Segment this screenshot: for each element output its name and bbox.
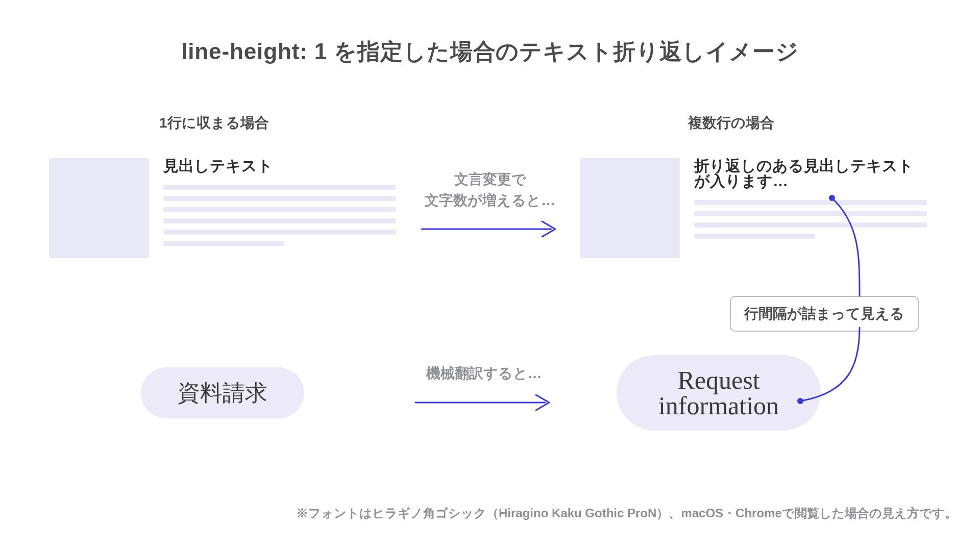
footnote: ※フォントはヒラギノ角ゴシック（Hiragino Kaku Gothic Pro… <box>296 505 957 521</box>
annotation-label: 行間隔が詰まって見える <box>730 296 919 332</box>
card-heading-single: 見出しテキスト <box>163 158 396 173</box>
pill-text: 資料請求 <box>178 378 267 408</box>
arrow-right-icon <box>421 220 559 238</box>
arrow-caption-top: 文言変更で 文字数が増えると… <box>425 169 555 211</box>
arrow-group-bottom: 機械翻訳すると… <box>412 363 555 412</box>
pill-text: Request information <box>658 367 779 418</box>
card-single-line: 見出しテキスト <box>49 158 396 258</box>
case-label-multi: 複数行の場合 <box>688 113 774 133</box>
case-label-single: 1行に収まる場合 <box>159 113 269 133</box>
arrow-caption-bottom: 機械翻訳すると… <box>426 363 542 384</box>
arrow-group-top: 文言変更で 文字数が増えると… <box>419 169 561 238</box>
skeleton-lines <box>694 200 927 239</box>
pill-request-en: Request information <box>617 355 821 431</box>
thumbnail-placeholder <box>49 158 149 258</box>
annotation-leader-lines <box>0 0 980 551</box>
page-title: line-height: 1 を指定した場合のテキスト折り返しイメージ <box>0 37 980 67</box>
card-heading-multi: 折り返しのある見出しテキストが入ります… <box>694 158 927 189</box>
thumbnail-placeholder <box>580 158 680 258</box>
pill-request-ja: 資料請求 <box>141 367 304 418</box>
arrow-right-icon <box>414 393 553 412</box>
card-multi-line: 折り返しのある見出しテキストが入ります… <box>580 158 927 258</box>
skeleton-lines <box>163 185 396 246</box>
